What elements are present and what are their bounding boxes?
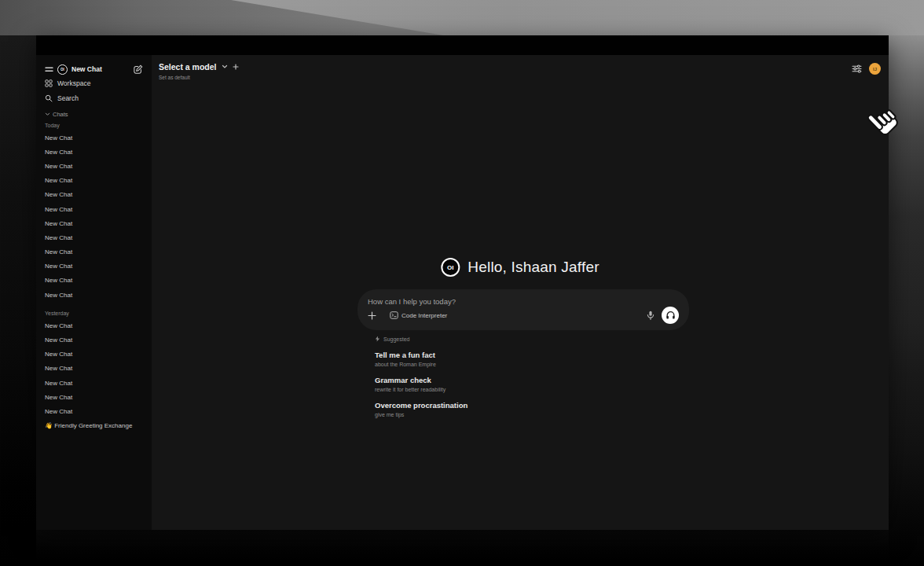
chat-title: New Chat (45, 351, 72, 358)
main-area: Select a model Set as default (152, 55, 889, 530)
voice-call-button[interactable] (662, 307, 679, 324)
chat-list-item[interactable]: New Chat (36, 362, 152, 376)
chat-title: New Chat (45, 292, 72, 299)
greeting-row: OI Hello, Ishaan Jaffer (441, 258, 599, 277)
chat-list-item[interactable]: New Chat (36, 202, 152, 216)
openwebui-logo-large: OI (441, 258, 460, 277)
composer-placeholder[interactable]: How can I help you today? (368, 297, 679, 306)
chevron-down-icon (45, 112, 50, 116)
chat-group-today-label: Today (36, 119, 152, 130)
suggested-label: Suggested (383, 336, 409, 342)
code-interpreter-terminal-icon (390, 311, 398, 319)
chat-list-item[interactable]: New Chat (36, 130, 152, 145)
chat-list-item[interactable]: New Chat (36, 390, 152, 404)
add-model-plus-icon[interactable] (233, 64, 239, 70)
chat-title: New Chat (45, 220, 72, 227)
attach-plus-icon[interactable] (368, 311, 376, 320)
chats-label: Chats (53, 111, 68, 118)
model-selector[interactable]: Select a model (159, 62, 217, 72)
chat-title: New Chat (45, 134, 72, 142)
suggested-section: Suggested Tell me a fun fact about the R… (375, 335, 673, 418)
model-selector-block: Select a model Set as default (159, 62, 239, 80)
prompt-title: Overcome procrastination (375, 401, 673, 410)
code-interpreter-label: Code Interpreter (402, 312, 447, 319)
openwebui-logo: OI (57, 64, 68, 75)
window-topbar (36, 35, 889, 55)
sidebar-toggle-icon[interactable] (45, 66, 53, 73)
search-label: Search (57, 94, 79, 102)
chat-title: New Chat (45, 365, 72, 372)
workspace-grid-icon (45, 79, 53, 87)
suggested-prompt[interactable]: Grammar check rewrite it for better read… (375, 376, 673, 393)
chat-list-yesterday: New Chat New Chat New Chat New Chat (36, 318, 152, 418)
chat-list-item[interactable]: New Chat (36, 259, 152, 274)
chat-title: New Chat (45, 336, 72, 344)
sidebar-item-search[interactable]: Search (36, 90, 152, 105)
bolt-icon (375, 336, 380, 342)
controls-sliders-icon[interactable] (852, 64, 862, 73)
backdrop-right-gradient (889, 35, 924, 566)
chat-title: New Chat (45, 234, 72, 241)
chat-list-item[interactable]: New Chat (36, 288, 152, 302)
suggested-prompt[interactable]: Overcome procrastination give me tips (375, 401, 673, 418)
chat-list-item[interactable]: New Chat (36, 230, 152, 244)
chat-title: New Chat (45, 277, 72, 284)
screen: OI New Chat (0, 0, 924, 566)
prompt-title: Grammar check (375, 376, 673, 385)
prompt-subtitle: give me tips (375, 411, 673, 418)
suggested-prompt-list: Tell me a fun fact about the Roman Empir… (375, 351, 673, 418)
code-interpreter-toggle[interactable]: Code Interpreter (390, 311, 447, 319)
chat-list-item[interactable]: New Chat (36, 318, 152, 333)
workspace-label: Workspace (57, 79, 90, 87)
chat-title: New Chat (45, 322, 72, 329)
microphone-icon[interactable] (647, 311, 654, 321)
chat-title: 👋 Friendly Greeting Exchange (45, 422, 132, 429)
chat-title: New Chat (45, 380, 72, 387)
app-window: OI New Chat (36, 35, 889, 530)
sidebar-new-chat-title[interactable]: New Chat (72, 65, 102, 73)
message-composer[interactable]: How can I help you today? (358, 289, 689, 330)
sidebar-chats-header[interactable]: Chats (36, 108, 152, 119)
greeting-text: Hello, Ishaan Jaffer (468, 259, 599, 276)
chat-title: New Chat (45, 206, 72, 213)
chat-list-item[interactable]: New Chat (36, 216, 152, 230)
chat-title: New Chat (45, 408, 72, 415)
chat-title: New Chat (45, 149, 72, 156)
chat-list-item[interactable]: New Chat (36, 404, 152, 418)
prompt-subtitle: about the Roman Empire (375, 361, 673, 368)
chat-title: New Chat (45, 263, 72, 270)
prompt-subtitle: rewrite it for better readability (375, 386, 673, 393)
user-avatar[interactable]: IJ (869, 63, 881, 75)
chat-title: New Chat (45, 177, 72, 184)
chat-list-item[interactable]: New Chat (36, 333, 152, 347)
chat-list-item[interactable]: New Chat (36, 159, 152, 173)
backdrop-bottom-dark (36, 530, 889, 566)
chat-title: New Chat (45, 248, 72, 255)
chat-title: New Chat (45, 191, 72, 198)
sidebar-item-workspace[interactable]: Workspace (36, 75, 152, 90)
chat-list-item[interactable]: New Chat (36, 145, 152, 159)
chat-list-item[interactable]: New Chat (36, 274, 152, 288)
backdrop-left-dark (0, 35, 36, 566)
chat-list-item[interactable]: New Chat (36, 245, 152, 259)
chat-list-item[interactable]: New Chat (36, 347, 152, 362)
chat-list-today: New Chat New Chat New Chat New Chat (36, 130, 152, 302)
prompt-title: Tell me a fun fact (375, 351, 673, 360)
new-chat-edit-icon[interactable] (134, 64, 143, 74)
chat-list-item[interactable]: New Chat (36, 174, 152, 188)
sidebar: OI New Chat (36, 55, 152, 530)
headphones-icon (666, 311, 676, 320)
chat-list-item-friendly-greeting[interactable]: 👋 Friendly Greeting Exchange (36, 419, 152, 433)
chat-title: New Chat (45, 394, 72, 401)
search-icon (45, 94, 53, 102)
chat-group-yesterday-label: Yesterday (36, 307, 152, 318)
set-as-default-link[interactable]: Set as default (159, 75, 239, 80)
chat-list-item[interactable]: New Chat (36, 188, 152, 202)
chat-list-item[interactable]: New Chat (36, 376, 152, 390)
suggested-prompt[interactable]: Tell me a fun fact about the Roman Empir… (375, 351, 673, 368)
chat-title: New Chat (45, 163, 72, 170)
model-chevron-down-icon[interactable] (222, 64, 228, 69)
